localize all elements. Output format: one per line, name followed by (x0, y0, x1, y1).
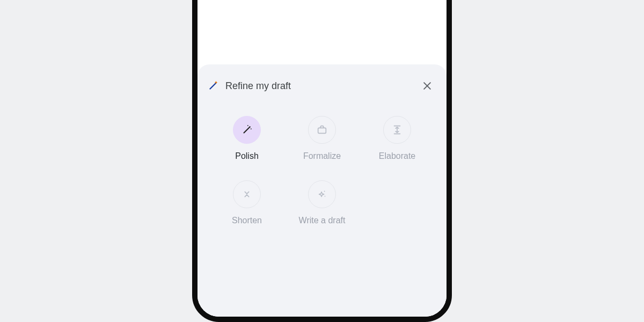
svg-rect-7 (318, 128, 326, 133)
sparkle-icon (316, 188, 328, 200)
refine-sheet: Refine my draft (197, 64, 447, 317)
option-elaborate-circle (383, 116, 411, 144)
option-formalize-circle (308, 116, 336, 144)
briefcase-icon (316, 124, 328, 136)
device-frame: Refine my draft (192, 0, 452, 322)
svg-point-5 (247, 125, 248, 126)
option-write-draft[interactable]: Write a draft (284, 180, 360, 225)
option-elaborate[interactable]: Elaborate (360, 116, 435, 161)
option-label: Formalize (303, 151, 341, 161)
svg-line-0 (210, 83, 216, 89)
svg-point-11 (324, 191, 325, 192)
options-grid: Polish Formalize (207, 98, 437, 225)
close-icon (422, 80, 433, 91)
svg-line-3 (244, 127, 250, 133)
svg-point-6 (251, 128, 252, 129)
option-write-circle (308, 180, 336, 208)
option-formalize[interactable]: Formalize (284, 116, 360, 161)
device-screen: Refine my draft (197, 0, 447, 317)
option-shorten-circle (233, 180, 261, 208)
option-polish-circle (233, 116, 261, 144)
sheet-title: Refine my draft (225, 80, 411, 92)
option-label: Shorten (232, 216, 262, 225)
option-label: Elaborate (379, 151, 416, 161)
wand-icon (241, 124, 253, 136)
collapse-vertical-icon (241, 188, 253, 200)
svg-point-4 (249, 126, 251, 128)
option-shorten[interactable]: Shorten (209, 180, 284, 225)
stage: Refine my draft (0, 0, 644, 322)
option-polish[interactable]: Polish (209, 116, 284, 161)
svg-point-12 (325, 196, 326, 197)
expand-vertical-icon (391, 124, 403, 136)
option-label: Polish (235, 151, 259, 161)
sheet-header: Refine my draft (207, 74, 437, 98)
wand-icon (207, 80, 219, 92)
option-label: Write a draft (299, 216, 346, 225)
close-button[interactable] (418, 76, 437, 96)
